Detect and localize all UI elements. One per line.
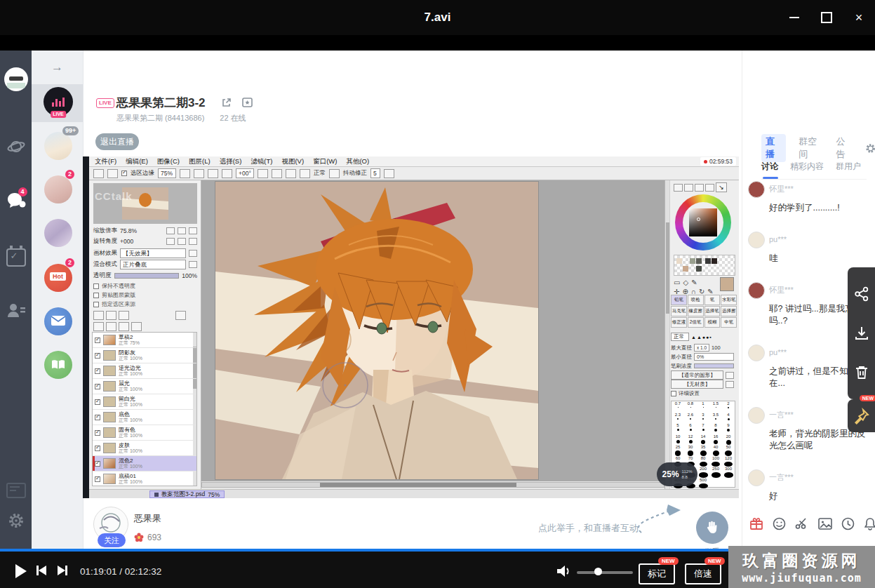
pin-tile[interactable]: NEW	[848, 399, 875, 432]
new-layer-button[interactable]	[93, 311, 104, 320]
brush-size-cell[interactable]: 9	[722, 423, 735, 434]
channel-hot-icon[interactable]: Hot	[44, 264, 72, 292]
effect-button[interactable]	[189, 250, 197, 257]
volume-icon[interactable]	[556, 564, 571, 578]
brush-button[interactable]: 2值笔	[688, 317, 704, 328]
next-button[interactable]	[58, 566, 67, 575]
brush-texture-select[interactable]: 【无材质】	[671, 380, 723, 389]
brush-button[interactable]: 选择擦	[721, 306, 737, 316]
mark-button[interactable]: 标记	[639, 563, 675, 584]
brush-size-cell[interactable]: 6	[684, 423, 697, 434]
chat-avatar[interactable]	[748, 282, 765, 299]
brush-size-cell[interactable]: 12	[684, 434, 697, 446]
prev-button[interactable]	[36, 566, 46, 575]
contacts-icon[interactable]	[6, 302, 26, 319]
brush-size-cell[interactable]: 250	[709, 467, 722, 478]
speed-button[interactable]: 倍速	[685, 563, 721, 584]
brush-size-cell[interactable]: 500	[697, 478, 709, 489]
brush-shape-select[interactable]: 【通常的圆形】	[671, 370, 723, 380]
layer-visibility-checkbox[interactable]	[95, 430, 100, 436]
tab-live[interactable]: 直播	[761, 134, 786, 162]
current-color-swatch[interactable]	[720, 277, 734, 291]
brush-size-cell[interactable]: 120	[722, 456, 735, 467]
paint-menu-item[interactable]: 窗口(W)	[313, 157, 337, 166]
paint-menu-item[interactable]: 文件(F)	[95, 157, 116, 166]
toolbar-button[interactable]	[222, 169, 232, 178]
paint-menu-item[interactable]: 图像(C)	[157, 157, 180, 166]
chat-avatar[interactable]	[748, 181, 765, 198]
layer-visibility-checkbox[interactable]	[95, 399, 100, 405]
brush-size-cell[interactable]: 0.7	[672, 401, 684, 413]
paint-menu-item[interactable]: 编辑(E)	[126, 157, 148, 166]
close-button[interactable]: ×	[853, 11, 865, 24]
layer-visibility-checkbox[interactable]	[95, 446, 100, 451]
room-settings-icon[interactable]	[242, 98, 253, 107]
volume-knob[interactable]	[594, 568, 602, 575]
layer-visibility-checkbox[interactable]	[95, 368, 100, 374]
collapse-arrow-icon[interactable]: →	[51, 60, 63, 74]
brush-button[interactable]: 中笔	[721, 317, 737, 328]
zoom-out-button[interactable]	[166, 227, 175, 234]
brush-size-cell[interactable]: 300	[722, 467, 735, 478]
color-tab-button[interactable]	[674, 184, 683, 192]
layer-row[interactable]: 固有色 正常 100%	[93, 425, 196, 441]
brush-size-cell[interactable]: 100	[709, 456, 722, 467]
detail-settings-checkbox[interactable]	[671, 391, 676, 396]
layer-visibility-checkbox[interactable]	[95, 415, 100, 420]
layer-visibility-checkbox[interactable]	[95, 338, 100, 343]
brush-size-cell[interactable]: 3	[697, 413, 709, 424]
user-avatar[interactable]	[4, 67, 28, 91]
maximize-button[interactable]	[820, 11, 833, 24]
color-swatches[interactable]	[674, 255, 735, 276]
artwork-canvas[interactable]	[215, 182, 538, 479]
trash-icon[interactable]	[855, 365, 869, 380]
brush-size-cell[interactable]: 1.5	[709, 401, 722, 413]
messages-icon[interactable]: 4	[6, 191, 27, 211]
brush-size-cell[interactable]: 5	[672, 423, 684, 434]
navigator-thumbnail[interactable]	[93, 183, 197, 224]
transfer-layer-button[interactable]	[93, 322, 104, 331]
clear-layer-button[interactable]	[119, 322, 129, 331]
external-link-icon[interactable]	[222, 98, 232, 107]
paint-menu-item[interactable]: 滤镜(T)	[251, 157, 272, 166]
brush-button[interactable]: 水彩笔	[721, 295, 737, 305]
brush-button[interactable]: 马克笔	[671, 306, 687, 316]
live-banner-icon[interactable]	[6, 483, 26, 498]
brush-size-cell[interactable]: 25	[672, 445, 684, 456]
brush-size-cell[interactable]: 4	[722, 413, 735, 424]
toolbar-button[interactable]	[180, 169, 190, 178]
lock-checkbox[interactable]	[93, 283, 99, 289]
download-icon[interactable]	[854, 326, 869, 341]
channel-avatar-2[interactable]	[44, 132, 72, 160]
brush-button[interactable]: 铅笔	[671, 295, 687, 305]
toolbar-button[interactable]	[272, 169, 282, 178]
delete-layer-button[interactable]	[131, 322, 142, 331]
toolbar-button[interactable]	[329, 169, 340, 178]
brush-size-cell[interactable]: 3.5	[709, 413, 722, 424]
layer-row[interactable]: 底色 正常 100%	[93, 410, 196, 425]
screenshot-scissors-icon[interactable]	[795, 517, 809, 530]
rotate-cw-button[interactable]	[189, 238, 197, 245]
layer-visibility-checkbox[interactable]	[95, 384, 100, 389]
zoom-in-button[interactable]	[189, 227, 197, 234]
subtab-highlights[interactable]: 精彩内容	[790, 161, 824, 173]
brush-button[interactable]: 笔	[704, 295, 721, 305]
layer-row[interactable]: 草稿2 正常 75%	[93, 333, 196, 348]
density-slider[interactable]	[694, 363, 734, 368]
chat-settings-gear-icon[interactable]	[865, 142, 875, 154]
layer-row[interactable]: 混色2 正常 100%	[93, 456, 196, 472]
material-effect-select[interactable]: 【无效果】	[120, 248, 186, 258]
document-tab[interactable]: 教案范图3-2.psd 75%	[149, 490, 225, 498]
toolbar-button[interactable]	[208, 169, 218, 178]
history-clock-icon[interactable]	[841, 517, 855, 530]
brush-size-cell[interactable]: 10	[672, 434, 684, 446]
raise-hand-button[interactable]	[696, 512, 728, 544]
notification-bell-icon[interactable]	[864, 517, 875, 530]
new-folder-button[interactable]	[119, 311, 129, 320]
magic-wand-icon[interactable]: ✎	[691, 279, 697, 286]
toolbar-button[interactable]	[300, 169, 310, 178]
min-diameter-value[interactable]: 0%	[694, 353, 734, 361]
jitter-correction-field[interactable]: 5	[370, 168, 380, 178]
brush-button[interactable]: 喷枪	[688, 295, 704, 305]
opacity-slider[interactable]	[114, 273, 180, 279]
